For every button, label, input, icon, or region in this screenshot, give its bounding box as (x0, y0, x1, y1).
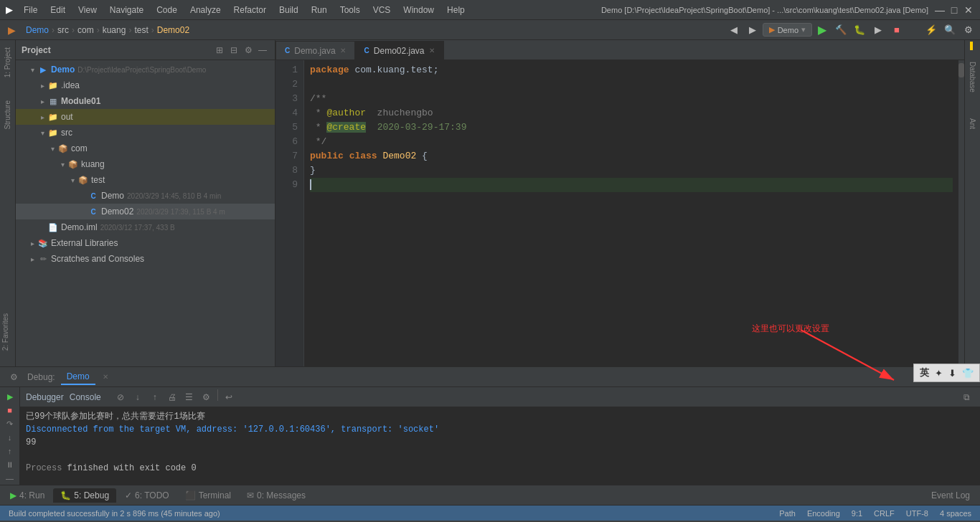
debug-stop-button[interactable]: ■ (3, 404, 17, 417)
tree-item-kuang[interactable]: ▾ 📦 kuang (16, 156, 275, 172)
maximize-button[interactable]: □ (948, 4, 960, 16)
settings-button[interactable]: ⚙ (960, 22, 977, 39)
debug-tab-demo[interactable]: Demo (61, 369, 95, 385)
breadcrumb-test[interactable]: test (134, 25, 148, 35)
debug-step-out[interactable]: ↑ (3, 444, 17, 457)
breadcrumb-com[interactable]: com (77, 25, 94, 35)
tab-close-button[interactable]: ✕ (340, 47, 346, 54)
forward-button[interactable]: ▶ (744, 22, 761, 39)
tree-item-test[interactable]: ▾ 📦 test (16, 172, 275, 188)
tab-demo02-java[interactable]: C Demo02.java ✕ (355, 41, 444, 60)
menu-analyze[interactable]: Analyze (184, 4, 227, 16)
run-config-selector[interactable]: ▶ Demo ▾ (763, 23, 812, 37)
editor-content[interactable]: 1 2 3 4 5 6 7 8 9 package com.kuang.test… (275, 60, 964, 366)
settings-button[interactable]: ⚙ (199, 389, 215, 405)
debug-tab-close[interactable]: ✕ (103, 373, 108, 381)
breadcrumb-kuang[interactable]: kuang (103, 25, 126, 35)
status-encoding-label[interactable]: Encoding (804, 509, 843, 518)
status-indent[interactable]: 4 spaces (937, 509, 974, 518)
ime-lang-label[interactable]: 英 (920, 366, 929, 379)
debug-pause-button[interactable]: ⏸ (3, 457, 17, 471)
messages-tab[interactable]: ✉ 0: Messages (240, 488, 313, 503)
debug-step-into[interactable]: ↓ (3, 431, 17, 445)
run-tab[interactable]: ▶ 4: Run (3, 488, 52, 503)
menu-vcs[interactable]: VCS (367, 4, 397, 16)
external-editor-button[interactable]: ⧉ (958, 389, 974, 405)
debug-button[interactable]: 🐛 (851, 22, 868, 39)
console-tab[interactable]: Console (70, 392, 101, 402)
terminal-tab[interactable]: ⬛ Terminal (178, 488, 238, 503)
search-everywhere-button[interactable]: 🔍 (941, 22, 958, 39)
console-clear-button[interactable]: ⊘ (113, 389, 128, 405)
debugger-tab[interactable]: Debugger (26, 392, 64, 402)
debug-tab-bar[interactable]: 🐛 5: Debug (53, 488, 116, 503)
breadcrumb-demo02[interactable]: Demo02 (157, 25, 189, 35)
project-icon: ▶ (37, 64, 49, 75)
tab-close-button[interactable]: ✕ (429, 47, 435, 54)
menu-bar: File Edit View Navigate Code Analyze Ref… (18, 4, 601, 16)
print-button[interactable]: 🖨 (164, 389, 180, 405)
coverage-button[interactable]: ▶ (870, 22, 887, 39)
filter-button[interactable]: ☰ (182, 389, 197, 405)
menu-tools[interactable]: Tools (334, 4, 366, 16)
tree-item-module01[interactable]: ▸ ▦ Module01 (16, 93, 275, 109)
code-editor[interactable]: package com.kuang.test; /** * @author zh… (304, 60, 958, 366)
favorites-strip-label[interactable]: 2: Favorites (1, 313, 9, 351)
menu-file[interactable]: File (18, 4, 43, 16)
todo-tab[interactable]: ✓ 6: TODO (118, 488, 176, 503)
tree-item-demo-root[interactable]: ▾ ▶ Demo D:\Project\IdeaProject\SpringBo… (16, 62, 275, 77)
run-button[interactable]: ▶ (814, 22, 831, 39)
tree-item-idea[interactable]: ▸ 📁 .idea (16, 77, 275, 93)
scroll-to-end-button[interactable]: ↓ (130, 389, 146, 405)
back-button[interactable]: ◀ (725, 22, 743, 39)
run-anything-button[interactable]: ⚡ (923, 22, 940, 39)
soft-wrap-button[interactable]: ↩ (221, 389, 237, 405)
ant-panel-toggle[interactable]: Ant (969, 113, 976, 135)
status-line-ending[interactable]: CRLF (871, 509, 897, 518)
menu-edit[interactable]: Edit (44, 4, 71, 16)
tree-item-src[interactable]: ▾ 📁 src (16, 125, 275, 141)
tree-item-demo02-java[interactable]: ▸ C Demo02 2020/3/29 17:39, 115 B 4 m (16, 204, 275, 219)
menu-run[interactable]: Run (306, 4, 333, 16)
minimize-button[interactable]: — (934, 4, 946, 16)
tab-demo-java[interactable]: C Demo.java ✕ (275, 41, 355, 60)
stop-button[interactable]: ■ (888, 22, 905, 39)
panel-locate-button[interactable]: ⊞ (213, 44, 226, 57)
menu-help[interactable]: Help (441, 4, 471, 16)
breadcrumb-demo[interactable]: Demo (26, 25, 49, 35)
status-path[interactable]: Path (776, 509, 798, 518)
menu-window[interactable]: Window (397, 4, 440, 16)
tree-item-demo-iml[interactable]: ▸ 📄 Demo.iml 2020/3/12 17:37, 433 B (16, 219, 275, 235)
status-line-col[interactable]: 9:1 (849, 509, 865, 518)
tree-item-scratches[interactable]: ▸ ✏ Scratches and Consoles (16, 251, 275, 267)
debug-resume-button[interactable]: ▶ (3, 390, 17, 404)
tree-item-out[interactable]: ▸ 📁 out (16, 109, 275, 125)
breadcrumb-src[interactable]: src (57, 25, 69, 35)
menu-code[interactable]: Code (151, 4, 183, 16)
build-button[interactable]: 🔨 (832, 22, 849, 39)
debug-restart-button[interactable]: ⚙ (6, 369, 22, 385)
close-button[interactable]: ✕ (963, 4, 974, 16)
panel-settings-button[interactable]: ⚙ (242, 44, 255, 57)
right-bottom-actions: Event Log (924, 488, 977, 503)
event-log-tab[interactable]: Event Log (924, 488, 977, 503)
panel-close-button[interactable]: — (256, 44, 269, 57)
menu-view[interactable]: View (72, 4, 103, 16)
editor-scrollbar[interactable] (958, 60, 964, 366)
status-charset[interactable]: UTF-8 (903, 509, 931, 518)
tree-item-external-libs[interactable]: ▸ 📚 External Libraries (16, 235, 275, 251)
tree-item-demo-java[interactable]: ▸ C Demo 2020/3/29 14:45, 810 B 4 min (16, 188, 275, 204)
menu-navigate[interactable]: Navigate (104, 4, 149, 16)
console-right-actions: ⧉ (958, 389, 974, 405)
project-panel-toggle[interactable]: 1: Project (2, 43, 13, 82)
panel-expand-button[interactable]: ⊟ (227, 44, 240, 57)
tree-arrow: ▾ (57, 159, 67, 169)
tree-item-com[interactable]: ▾ 📦 com (16, 141, 275, 156)
debug-step-over[interactable]: ↷ (3, 417, 17, 431)
structure-panel-toggle[interactable]: Structure (2, 96, 13, 134)
ime-toolbar[interactable]: 英 ✦ ⬇ 👕 (913, 364, 980, 382)
menu-build[interactable]: Build (273, 4, 304, 16)
tree-label: test (91, 175, 105, 185)
scroll-up-button[interactable]: ↑ (147, 389, 163, 405)
menu-refactor[interactable]: Refactor (228, 4, 272, 16)
